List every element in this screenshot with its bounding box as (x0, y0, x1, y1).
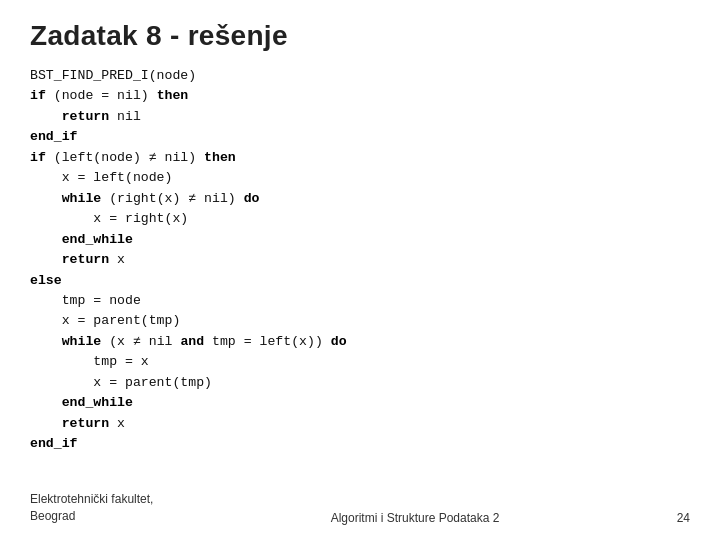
code-line-12: tmp = node (30, 291, 690, 311)
code-line-6: x = left(node) (30, 168, 690, 188)
code-line-8: x = right(x) (30, 209, 690, 229)
code-line-7: while (right(x) ≠ nil) do (30, 189, 690, 209)
code-line-17: end_while (30, 393, 690, 413)
code-line-15: tmp = x (30, 352, 690, 372)
footer-institution: Elektrotehnički fakultet, Beograd (30, 491, 153, 525)
code-line-19: end_if (30, 434, 690, 454)
code-line-11: else (30, 271, 690, 291)
code-line-18: return x (30, 414, 690, 434)
code-line-14: while (x ≠ nil and tmp = left(x)) do (30, 332, 690, 352)
code-line-1: BST_FIND_PRED_I(node) (30, 66, 690, 86)
footer-course: Algoritmi i Strukture Podataka 2 (331, 511, 500, 525)
footer: Elektrotehnički fakultet, Beograd Algori… (30, 491, 690, 525)
code-line-13: x = parent(tmp) (30, 311, 690, 331)
code-line-3: return nil (30, 107, 690, 127)
footer-page-number: 24 (677, 511, 690, 525)
code-line-5: if (left(node) ≠ nil) then (30, 148, 690, 168)
slide: Zadatak 8 - rešenje BST_FIND_PRED_I(node… (0, 0, 720, 540)
code-line-4: end_if (30, 127, 690, 147)
code-line-16: x = parent(tmp) (30, 373, 690, 393)
page-title: Zadatak 8 - rešenje (30, 20, 690, 52)
code-block: BST_FIND_PRED_I(node) if (node = nil) th… (30, 66, 690, 481)
code-line-10: return x (30, 250, 690, 270)
code-line-9: end_while (30, 230, 690, 250)
code-line-2: if (node = nil) then (30, 86, 690, 106)
